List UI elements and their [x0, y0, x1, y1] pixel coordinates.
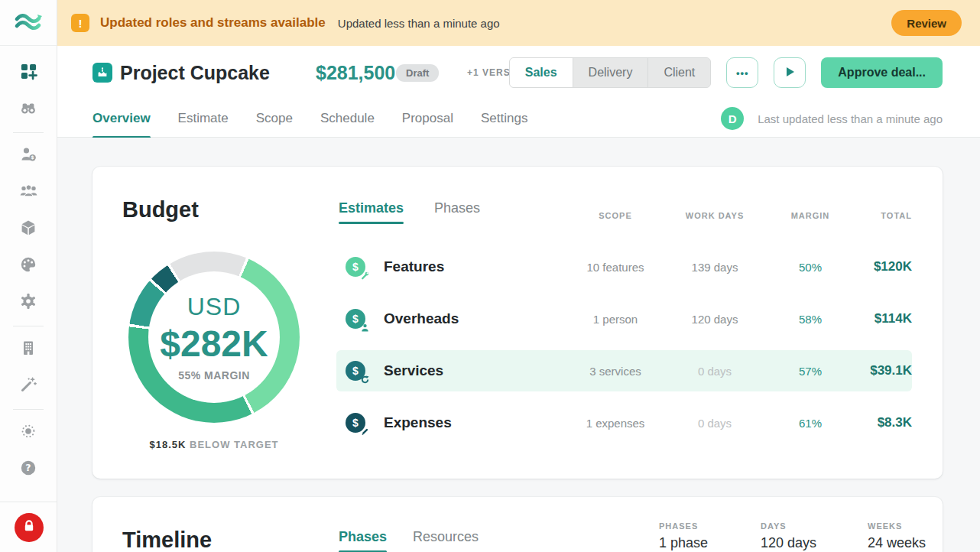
- sidebar-item-help[interactable]: ?: [0, 451, 57, 488]
- lock-icon: [22, 519, 36, 535]
- timeline-tab-resources[interactable]: Resources: [413, 529, 479, 552]
- column-header-work-days: WORK DAYS: [665, 211, 764, 220]
- row-scope: 10 features: [566, 261, 665, 274]
- status-badge: Draft: [396, 64, 439, 82]
- timeline-title: Timeline: [122, 528, 212, 552]
- sidebar-divider: [13, 132, 44, 133]
- play-button[interactable]: [774, 57, 806, 88]
- donut-margin-label: 55% MARGIN: [178, 369, 250, 382]
- binoculars-icon: [19, 99, 37, 120]
- building-icon: [19, 339, 37, 360]
- approve-deal-button[interactable]: Approve deal...: [821, 57, 943, 88]
- sun-icon: [19, 422, 37, 443]
- estimates-table-header: SCOPE WORK DAYS MARGIN TOTAL: [336, 209, 912, 222]
- row-margin: 57%: [764, 365, 856, 378]
- more-actions-button[interactable]: •••: [726, 57, 758, 88]
- segment-sales[interactable]: Sales: [510, 58, 573, 87]
- row-margin: 61%: [764, 417, 856, 430]
- tab-schedule[interactable]: Schedule: [320, 99, 375, 138]
- project-amount: $281,500: [316, 62, 395, 84]
- svg-text:$: $: [31, 154, 34, 161]
- cube-icon: [19, 219, 37, 240]
- row-scope: 1 person: [566, 313, 665, 326]
- stat-label: PHASES: [659, 521, 708, 531]
- sidebar-item-teams[interactable]: [0, 174, 57, 211]
- magic-wand-icon: [19, 375, 37, 397]
- row-work-days: 0 days: [665, 365, 764, 378]
- timeline-stat-days: DAYS 120 days: [761, 521, 816, 551]
- view-segmented-control: Sales Delivery Client: [509, 57, 712, 88]
- column-header-scope: SCOPE: [566, 211, 665, 220]
- grid-plus-icon: [20, 63, 37, 83]
- sidebar-divider: [13, 409, 44, 410]
- sidebar-item-settings[interactable]: [0, 284, 57, 321]
- wave-logo-icon: [14, 11, 43, 35]
- dollar-pen-icon: $: [346, 413, 365, 433]
- sidebar-item-apps[interactable]: [0, 54, 57, 91]
- timeline-tab-phases[interactable]: Phases: [339, 529, 387, 552]
- segment-delivery[interactable]: Delivery: [573, 58, 649, 87]
- sidebar-item-organization[interactable]: [0, 331, 57, 368]
- stat-value: 120 days: [761, 535, 816, 551]
- row-work-days: 139 days: [665, 261, 764, 274]
- row-total: $39.1K: [856, 363, 912, 378]
- timeline-card: Timeline Phases Resources PHASES 1 phase…: [92, 497, 943, 552]
- row-work-days: 120 days: [665, 313, 764, 326]
- estimate-row-services[interactable]: $ Services 3 services 0 days 57% $39.1K: [336, 350, 912, 391]
- lock-button[interactable]: [15, 513, 44, 542]
- budget-title: Budget: [122, 197, 199, 222]
- app-logo[interactable]: [0, 0, 57, 46]
- budget-card: Budget USD $282K 55% MARGIN $18.5K BELOW…: [92, 167, 943, 479]
- below-target-label: BELOW TARGET: [190, 439, 278, 450]
- stat-value: 24 weeks: [868, 535, 926, 551]
- estimate-row-overheads[interactable]: $ Overheads 1 person 120 days 58% $114K: [336, 298, 912, 339]
- sidebar: $: [0, 0, 57, 552]
- stat-value: 1 phase: [659, 535, 708, 551]
- row-margin: 50%: [764, 261, 856, 274]
- tab-settings[interactable]: Settings: [481, 99, 527, 138]
- sidebar-item-roles[interactable]: $: [0, 138, 57, 174]
- row-total: $120K: [856, 259, 912, 274]
- main-content: Budget USD $282K 55% MARGIN $18.5K BELOW…: [57, 138, 980, 552]
- last-updated-text: Last updated less than a minute ago: [758, 112, 943, 125]
- dollar-person-icon: $: [346, 309, 365, 329]
- sidebar-item-theme[interactable]: [0, 414, 57, 451]
- tab-estimate[interactable]: Estimate: [178, 99, 229, 138]
- alert-subtitle: Updated less than a minute ago: [338, 17, 500, 30]
- warning-icon: !: [71, 14, 89, 32]
- tab-scope[interactable]: Scope: [256, 99, 293, 138]
- donut-currency: USD: [187, 293, 242, 321]
- budget-donut-chart: USD $282K 55% MARGIN: [128, 252, 300, 423]
- question-icon: ?: [19, 459, 37, 480]
- gear-icon: [19, 292, 37, 313]
- review-button[interactable]: Review: [891, 10, 962, 36]
- donut-amount: $282K: [160, 323, 268, 365]
- avatar: D: [721, 107, 744, 130]
- tab-proposal[interactable]: Proposal: [402, 99, 453, 138]
- project-title: Project Cupcake: [120, 62, 270, 84]
- tab-overview[interactable]: Overview: [92, 99, 151, 138]
- person-dollar-icon: $: [19, 145, 37, 167]
- timeline-stat-phases: PHASES 1 phase: [659, 521, 708, 551]
- row-work-days: 0 days: [665, 417, 764, 430]
- row-margin: 58%: [764, 313, 856, 326]
- app-window: $: [0, 0, 980, 552]
- sidebar-item-discover[interactable]: [0, 91, 57, 128]
- sidebar-item-automation[interactable]: [0, 368, 57, 404]
- estimate-row-expenses[interactable]: $ Expenses 1 expenses 0 days 61% $8.3K: [336, 402, 912, 443]
- timeline-stat-weeks: WEEKS 24 weeks: [868, 521, 926, 551]
- nav-tabs-row: Overview Estimate Scope Schedule Proposa…: [57, 99, 980, 138]
- dollar-wrench-icon: $: [346, 257, 365, 277]
- column-header-margin: MARGIN: [764, 211, 856, 220]
- segment-client[interactable]: Client: [648, 58, 710, 87]
- row-scope: 3 services: [566, 365, 665, 378]
- stat-label: DAYS: [761, 521, 816, 531]
- estimate-row-features[interactable]: $ Features 10 features 139 days 50% $120…: [336, 246, 912, 287]
- row-label: Expenses: [384, 414, 452, 431]
- sidebar-item-products[interactable]: [0, 211, 57, 248]
- sidebar-footer: [0, 502, 57, 552]
- sidebar-item-design[interactable]: [0, 248, 57, 284]
- stat-label: WEEKS: [868, 521, 926, 531]
- svg-text:?: ?: [25, 462, 31, 473]
- row-total: $8.3K: [856, 415, 912, 430]
